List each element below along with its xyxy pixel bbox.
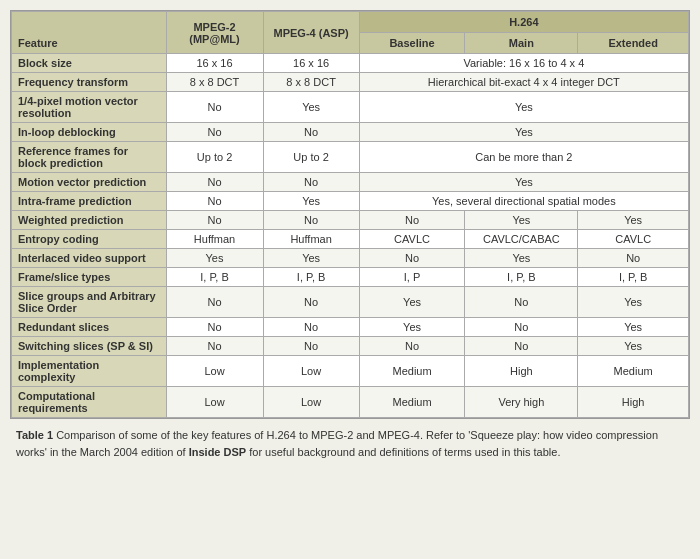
mpeg2-cell: No: [166, 287, 263, 318]
feature-cell: Computational requirements: [12, 387, 167, 418]
feature-cell: Frame/slice types: [12, 268, 167, 287]
main-cell: Yes: [465, 249, 578, 268]
mpeg4-cell: I, P, B: [263, 268, 359, 287]
mpeg2-cell: Low: [166, 356, 263, 387]
feature-cell: Implementation complexity: [12, 356, 167, 387]
mpeg4-header: MPEG-4 (ASP): [263, 12, 359, 54]
mpeg4-cell: 16 x 16: [263, 54, 359, 73]
table-row: Block size16 x 1616 x 16Variable: 16 x 1…: [12, 54, 689, 73]
feature-cell: Reference frames for block prediction: [12, 142, 167, 173]
table-row: Frequency transform8 x 8 DCT8 x 8 DCTHie…: [12, 73, 689, 92]
mpeg2-cell: No: [166, 192, 263, 211]
table-caption: Table 1 Comparison of some of the key fe…: [10, 419, 690, 468]
table-row: Redundant slicesNoNoYesNoYes: [12, 318, 689, 337]
main-header: Main: [465, 33, 578, 54]
h264-combined-cell: Yes: [359, 123, 688, 142]
feature-cell: Entropy coding: [12, 230, 167, 249]
main-cell: CAVLC/CABAC: [465, 230, 578, 249]
main-cell: No: [465, 337, 578, 356]
mpeg2-cell: Low: [166, 387, 263, 418]
table-container: Feature MPEG-2 (MP@ML) MPEG-4 (ASP) H.26…: [10, 10, 690, 419]
mpeg2-cell: No: [166, 211, 263, 230]
baseline-cell: Yes: [359, 287, 465, 318]
mpeg2-cell: No: [166, 92, 263, 123]
mpeg2-cell: 16 x 16: [166, 54, 263, 73]
baseline-cell: Medium: [359, 387, 465, 418]
mpeg2-cell: No: [166, 318, 263, 337]
caption-end: for useful background and definitions of…: [246, 446, 560, 458]
feature-header: Feature: [12, 12, 167, 54]
table-row: Intra-frame predictionNoYesYes, several …: [12, 192, 689, 211]
feature-cell: Interlaced video support: [12, 249, 167, 268]
feature-cell: Motion vector prediction: [12, 173, 167, 192]
h264-combined-cell: Variable: 16 x 16 to 4 x 4: [359, 54, 688, 73]
table-title: Table 1: [16, 429, 53, 441]
mpeg2-cell: No: [166, 123, 263, 142]
mpeg4-cell: Low: [263, 356, 359, 387]
baseline-cell: No: [359, 211, 465, 230]
mpeg2-cell: No: [166, 337, 263, 356]
table-row: Motion vector predictionNoNoYes: [12, 173, 689, 192]
feature-cell: Weighted prediction: [12, 211, 167, 230]
mpeg2-cell: Up to 2: [166, 142, 263, 173]
mpeg4-cell: 8 x 8 DCT: [263, 73, 359, 92]
mpeg2-cell: 8 x 8 DCT: [166, 73, 263, 92]
main-cell: Yes: [465, 211, 578, 230]
extended-cell: Yes: [578, 318, 689, 337]
extended-cell: No: [578, 249, 689, 268]
baseline-header: Baseline: [359, 33, 465, 54]
h264-combined-cell: Yes: [359, 92, 688, 123]
main-cell: No: [465, 287, 578, 318]
feature-cell: Frequency transform: [12, 73, 167, 92]
extended-cell: High: [578, 387, 689, 418]
feature-cell: In-loop deblocking: [12, 123, 167, 142]
mpeg2-cell: Huffman: [166, 230, 263, 249]
mpeg4-cell: No: [263, 173, 359, 192]
baseline-cell: I, P: [359, 268, 465, 287]
mpeg4-cell: No: [263, 211, 359, 230]
extended-cell: I, P, B: [578, 268, 689, 287]
feature-cell: Slice groups and Arbitrary Slice Order: [12, 287, 167, 318]
mpeg4-cell: Huffman: [263, 230, 359, 249]
table-row: Switching slices (SP & SI)NoNoNoNoYes: [12, 337, 689, 356]
feature-cell: Redundant slices: [12, 318, 167, 337]
h264-combined-cell: Yes, several directional spatial modes: [359, 192, 688, 211]
h264-combined-cell: Can be more than 2: [359, 142, 688, 173]
main-cell: High: [465, 356, 578, 387]
header-row-top: Feature MPEG-2 (MP@ML) MPEG-4 (ASP) H.26…: [12, 12, 689, 33]
extended-cell: Yes: [578, 337, 689, 356]
mpeg4-cell: No: [263, 337, 359, 356]
mpeg2-cell: Yes: [166, 249, 263, 268]
h264-combined-cell: Hierarchical bit-exact 4 x 4 integer DCT: [359, 73, 688, 92]
table-row: Entropy codingHuffmanHuffmanCAVLCCAVLC/C…: [12, 230, 689, 249]
feature-cell: Block size: [12, 54, 167, 73]
table-row: Computational requirementsLowLowMediumVe…: [12, 387, 689, 418]
mpeg4-cell: No: [263, 287, 359, 318]
extended-cell: CAVLC: [578, 230, 689, 249]
extended-cell: Yes: [578, 287, 689, 318]
feature-cell: Switching slices (SP & SI): [12, 337, 167, 356]
main-cell: Very high: [465, 387, 578, 418]
table-body: Block size16 x 1616 x 16Variable: 16 x 1…: [12, 54, 689, 418]
mpeg4-cell: Up to 2: [263, 142, 359, 173]
extended-cell: Medium: [578, 356, 689, 387]
mpeg4-cell: Yes: [263, 249, 359, 268]
mpeg4-cell: Yes: [263, 192, 359, 211]
baseline-cell: Yes: [359, 318, 465, 337]
h264-header: H.264: [359, 12, 688, 33]
table-row: Weighted predictionNoNoNoYesYes: [12, 211, 689, 230]
mpeg4-cell: Low: [263, 387, 359, 418]
table-row: 1/4-pixel motion vector resolutionNoYesY…: [12, 92, 689, 123]
table-row: Interlaced video supportYesYesNoYesNo: [12, 249, 689, 268]
table-row: Slice groups and Arbitrary Slice OrderNo…: [12, 287, 689, 318]
extended-header: Extended: [578, 33, 689, 54]
table-row: In-loop deblockingNoNoYes: [12, 123, 689, 142]
table-row: Implementation complexityLowLowMediumHig…: [12, 356, 689, 387]
mpeg2-cell: I, P, B: [166, 268, 263, 287]
mpeg4-cell: Yes: [263, 92, 359, 123]
table-row: Frame/slice typesI, P, BI, P, BI, PI, P,…: [12, 268, 689, 287]
main-cell: No: [465, 318, 578, 337]
caption-bold: Inside DSP: [189, 446, 246, 458]
comparison-table: Feature MPEG-2 (MP@ML) MPEG-4 (ASP) H.26…: [11, 11, 689, 418]
extended-cell: Yes: [578, 211, 689, 230]
